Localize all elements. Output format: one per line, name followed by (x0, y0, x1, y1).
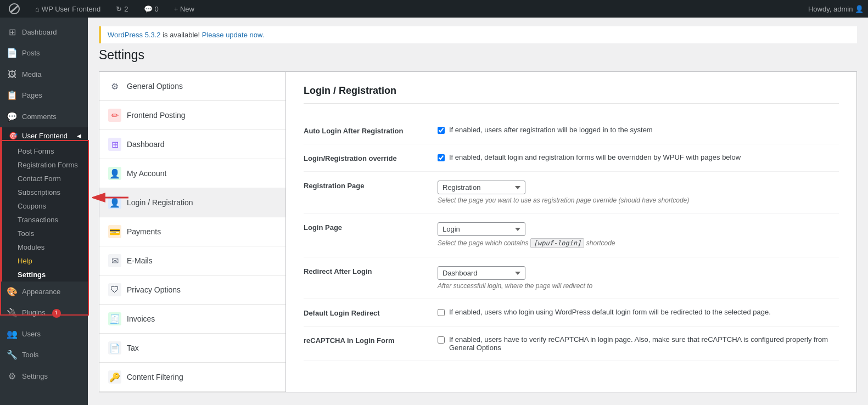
general-options-icon: ⚙ (108, 80, 121, 93)
sidebar-settings-label: Settings (22, 372, 48, 381)
registration-page-control: Registration Select the page you want to… (438, 181, 839, 204)
frontend-posting-icon: ✏ (108, 109, 121, 122)
updates-icon: ↻ (116, 5, 122, 13)
sidebar-userfrontend-label: User Frontend (22, 132, 68, 140)
comments-menu-icon: 💬 (7, 111, 18, 123)
wordpress-version-link[interactable]: WordPress 5.3.2 (108, 31, 161, 39)
update-notice: WordPress 5.3.2 is available! Please upd… (99, 26, 857, 43)
default-login-redirect-label: Default Login Redirect (304, 308, 424, 317)
settings-row-redirect-after-login: Redirect After Login Dashboard After suc… (304, 257, 839, 299)
appearance-icon: 🎨 (7, 286, 18, 298)
recaptcha-control: If enabled, users have to verify reCAPTC… (438, 335, 839, 352)
auto-login-control: If enabled, users after registration wil… (438, 126, 839, 134)
settings-nav-content-filtering[interactable]: 🔑 Content Filtering (99, 363, 285, 392)
sidebar-users-label: Users (22, 329, 41, 339)
sidebar-item-appearance[interactable]: 🎨 Appearance (0, 282, 88, 302)
login-page-hint-after: shortcode (584, 239, 615, 247)
settings-row-default-login-redirect: Default Login Redirect If enabled, users… (304, 299, 839, 327)
sidebar-comments-label: Comments (22, 112, 57, 122)
sidebar-posts-label: Posts (22, 48, 40, 58)
section-title: Login / Registration (304, 85, 839, 104)
login-page-control: Login Select the page which contains [wp… (438, 222, 839, 248)
sidebar-item-userfrontend[interactable]: 🎯 User Frontend ◀ (2, 127, 88, 144)
submenu-settings[interactable]: Settings (2, 268, 88, 282)
wp-logo-button[interactable] (4, 0, 24, 18)
sidebar-item-posts[interactable]: 📄 Posts (0, 43, 88, 64)
registration-page-hint: Select the page you want to use as regis… (438, 196, 839, 204)
auto-login-checkbox[interactable] (438, 127, 445, 134)
content-filtering-icon: 🔑 (108, 370, 121, 384)
login-page-select[interactable]: Login (438, 222, 525, 236)
new-content-button[interactable]: + New (170, 0, 199, 18)
site-name-label: WP User Frontend (42, 5, 100, 13)
sidebar-pages-label: Pages (22, 91, 42, 100)
sidebar-tools-label: Tools (22, 350, 38, 360)
submenu-post-forms[interactable]: Post Forms (2, 144, 88, 158)
recaptcha-description: If enabled, users have to verify reCAPTC… (449, 335, 839, 352)
settings-nav-invoices[interactable]: 🧾 Invoices (99, 305, 285, 334)
site-name-button[interactable]: ⌂ WP User Frontend (31, 0, 105, 18)
submenu-tools[interactable]: Tools (2, 227, 88, 240)
submenu-transactions[interactable]: Transactions (2, 213, 88, 227)
auto-login-label: Auto Login After Registration (304, 126, 424, 135)
default-login-redirect-field-label[interactable]: If enabled, users who login using WordPr… (438, 308, 839, 316)
settings-nav-payments[interactable]: 💳 Payments (99, 217, 285, 246)
users-icon: 👥 (7, 328, 18, 340)
settings-nav-general[interactable]: ⚙ General Options (99, 72, 285, 101)
comments-icon: 💬 (144, 5, 153, 13)
login-override-field-label[interactable]: If enabled, default login and registrati… (438, 153, 839, 161)
update-now-link[interactable]: Please update now. (202, 31, 264, 39)
settings-nav-privacy-label: Privacy Options (127, 285, 181, 294)
settings-row-auto-login: Auto Login After Registration If enabled… (304, 117, 839, 144)
settings-row-login-override: Login/Registration override If enabled, … (304, 144, 839, 172)
home-icon: ⌂ (35, 5, 40, 13)
settings-nav-login-registration[interactable]: 👤 Login / Registration (99, 188, 285, 217)
sidebar-item-plugins[interactable]: 🔌 Plugins 1 (0, 302, 88, 323)
recaptcha-field-label[interactable]: If enabled, users have to verify reCAPTC… (438, 335, 839, 352)
updates-count: 2 (124, 5, 128, 13)
sidebar-item-media[interactable]: 🖼 Media (0, 64, 88, 85)
settings-nav-emails[interactable]: ✉ E-Mails (99, 246, 285, 275)
settings-nav-tax[interactable]: 📄 Tax (99, 334, 285, 363)
settings-menu-icon: ⚙ (7, 370, 18, 383)
default-login-redirect-control: If enabled, users who login using WordPr… (438, 308, 839, 316)
settings-wrapper: ⚙ General Options ✏ Frontend Posting ⊞ D… (99, 71, 857, 392)
submenu-help[interactable]: Help (2, 254, 88, 268)
payments-icon: 💳 (108, 225, 121, 238)
updates-button[interactable]: ↻ 2 (111, 0, 132, 18)
sidebar-item-tools[interactable]: 🔧 Tools (0, 345, 88, 365)
default-login-redirect-checkbox[interactable] (438, 309, 445, 316)
user-avatar-icon: 👤 (855, 5, 864, 13)
auto-login-field-label[interactable]: If enabled, users after registration wil… (438, 126, 839, 134)
settings-nav-frontend-posting[interactable]: ✏ Frontend Posting (99, 101, 285, 130)
sidebar-userfrontend-section: 🎯 User Frontend ◀ Post Forms Registratio… (0, 127, 88, 282)
pages-icon: 📋 (7, 89, 18, 102)
settings-nav-dashboard[interactable]: ⊞ Dashboard (99, 130, 285, 159)
redirect-after-login-select[interactable]: Dashboard (438, 266, 525, 280)
sidebar-item-dashboard[interactable]: ⊞ Dashboard (0, 22, 88, 43)
settings-nav-my-account[interactable]: 👤 My Account (99, 159, 285, 188)
submenu-subscriptions[interactable]: Subscriptions (2, 185, 88, 199)
sidebar-plugins-label: Plugins (22, 308, 46, 318)
settings-nav-general-label: General Options (127, 82, 183, 91)
sidebar-item-pages[interactable]: 📋 Pages (0, 85, 88, 106)
submenu-registration-forms[interactable]: Registration Forms (2, 158, 88, 172)
sidebar-item-comments[interactable]: 💬 Comments (0, 106, 88, 127)
comments-button[interactable]: 💬 0 (139, 0, 163, 18)
login-page-hint: Select the page which contains [wpuf-log… (438, 238, 839, 248)
settings-nav-privacy[interactable]: 🛡 Privacy Options (99, 275, 285, 305)
user-greeting[interactable]: Howdy, admin 👤 (808, 5, 864, 13)
submenu-coupons[interactable]: Coupons (2, 199, 88, 213)
admin-sidebar: ⊞ Dashboard 📄 Posts 🖼 Media 📋 Pages 💬 Co… (0, 18, 88, 405)
submenu-contact-form[interactable]: Contact Form (2, 172, 88, 185)
sidebar-item-settings[interactable]: ⚙ Settings (0, 366, 88, 387)
sidebar-item-users[interactable]: 👥 Users (0, 324, 88, 345)
login-override-checkbox[interactable] (438, 154, 445, 161)
media-icon: 🖼 (7, 69, 18, 81)
login-override-description: If enabled, default login and registrati… (449, 153, 741, 161)
submenu-modules[interactable]: Modules (2, 240, 88, 254)
recaptcha-checkbox[interactable] (438, 336, 445, 344)
default-login-redirect-description: If enabled, users who login using WordPr… (449, 308, 771, 316)
main-content: WordPress 5.3.2 is available! Please upd… (88, 18, 868, 405)
registration-page-select[interactable]: Registration (438, 181, 525, 194)
